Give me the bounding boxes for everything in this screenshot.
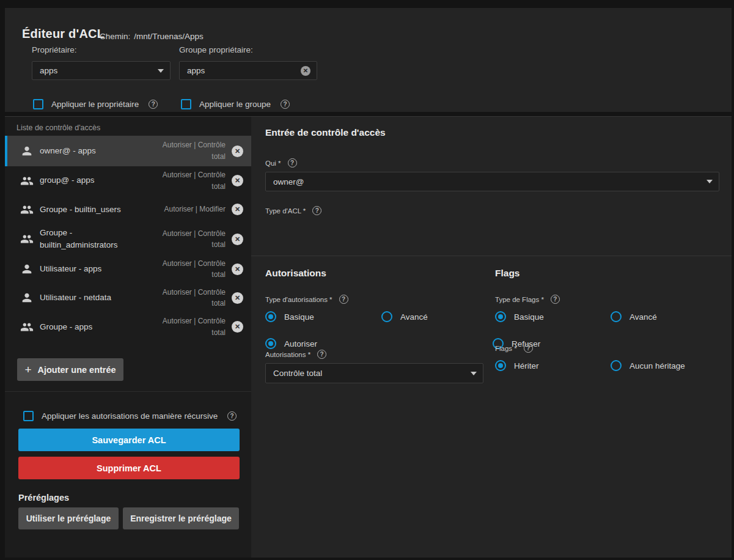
who-select[interactable]: owner@ <box>265 172 719 191</box>
acl-entry-permission: Autoriser | Contrôle total <box>152 315 226 338</box>
radio-icon <box>265 311 276 322</box>
owner-select[interactable]: apps <box>32 61 171 80</box>
help-icon[interactable]: ? <box>317 350 326 359</box>
radio-allow-label: Autoriser <box>284 339 317 348</box>
acl-entry-row[interactable]: Groupe - apps Autoriser | Contrôle total… <box>5 312 251 341</box>
acl-entry-name: Groupe - apps <box>40 321 152 333</box>
radio-permissions-advanced-label: Avancé <box>400 312 428 322</box>
save-acl-button[interactable]: Sauvegarder ACL <box>18 429 240 451</box>
owner-label: Propriétaire: <box>32 45 77 54</box>
apply-group-label: Appliquer le groupe <box>199 100 271 109</box>
help-icon[interactable]: ? <box>312 206 321 215</box>
radio-inherit[interactable]: Hériter <box>495 360 539 371</box>
group-icon <box>20 232 34 246</box>
acl-entry-name: group@ - apps <box>40 174 152 186</box>
add-entry-label: Ajouter une entrée <box>38 365 116 375</box>
chevron-down-icon <box>158 69 164 73</box>
acl-entry-row[interactable]: Groupe - builtin_administrators Autorise… <box>5 224 251 255</box>
use-preset-button[interactable]: Utiliser le préréglage <box>18 507 119 529</box>
acl-entry-name: Groupe - builtin_users <box>40 204 156 216</box>
owning-group-input[interactable]: apps ✕ <box>179 61 317 80</box>
acl-entry-row[interactable]: Utilisateur - netdata Autoriser | Contrô… <box>5 284 251 312</box>
path-value: /mnt/Truenas/Apps <box>134 32 204 41</box>
radio-flags-advanced-label: Avancé <box>629 312 657 322</box>
radio-icon <box>495 311 506 322</box>
delete-entry-icon[interactable]: ✕ <box>232 263 243 275</box>
flags-type-label: Type de Flags * <box>495 296 544 303</box>
flags-label-row: Flags * ? <box>495 344 533 353</box>
help-icon[interactable]: ? <box>149 100 158 109</box>
delete-entry-icon[interactable]: ✕ <box>232 204 243 215</box>
acl-entry-row[interactable]: group@ - apps Autoriser | Contrôle total… <box>5 166 251 195</box>
acl-entry-permission: Autoriser | Contrôle total <box>152 139 226 162</box>
group-icon <box>20 203 34 216</box>
radio-flags-advanced[interactable]: Avancé <box>611 311 657 322</box>
delete-entry-icon[interactable]: ✕ <box>232 234 243 245</box>
person-icon <box>20 262 34 276</box>
radio-icon <box>611 360 622 371</box>
clear-icon[interactable]: ✕ <box>301 66 310 76</box>
acl-type-label: Type d'ACL * <box>265 207 306 215</box>
apply-owner-label: Appliquer le propriétaire <box>51 100 139 109</box>
permissions-label-row: Autorisations * ? <box>265 350 326 359</box>
page-title: Éditeur d'ACL <box>22 27 105 41</box>
acl-entry-row[interactable]: Groupe - builtin_users Autoriser | Modif… <box>5 195 251 224</box>
permissions-select[interactable]: Contrôle total <box>265 363 483 383</box>
recursive-label: Appliquer les autorisations de manière r… <box>42 411 218 421</box>
acl-entry-row[interactable]: owner@ - apps Autoriser | Contrôle total… <box>5 136 251 166</box>
acl-list: owner@ - apps Autoriser | Contrôle total… <box>5 136 251 341</box>
delete-entry-icon[interactable]: ✕ <box>232 146 243 157</box>
acl-entry-name: owner@ - apps <box>40 145 152 157</box>
preset-buttons-row: Utiliser le préréglage Enregistrer le pr… <box>18 507 239 529</box>
help-icon[interactable]: ? <box>281 100 290 109</box>
radio-allow[interactable]: Autoriser <box>265 338 317 349</box>
acl-entry-row[interactable]: Utilisateur - apps Autoriser | Contrôle … <box>5 255 251 284</box>
help-icon[interactable]: ? <box>524 344 533 353</box>
radio-flags-basic[interactable]: Basique <box>495 311 544 322</box>
help-icon[interactable]: ? <box>288 158 297 168</box>
person-icon <box>20 144 34 158</box>
radio-icon <box>495 360 506 371</box>
help-icon[interactable]: ? <box>551 295 560 304</box>
divider <box>251 256 732 256</box>
save-preset-button[interactable]: Enregistrer le préréglage <box>123 507 239 529</box>
permissions-title: Autorisations <box>265 268 326 279</box>
help-icon[interactable]: ? <box>339 295 348 304</box>
recursive-checkbox[interactable] <box>23 411 34 421</box>
radio-icon <box>265 338 276 349</box>
acl-list-title: Liste de contrôle d'accès <box>17 123 100 132</box>
apply-owner-checkbox[interactable] <box>33 99 43 109</box>
acl-entry-permission: Autoriser | Contrôle total <box>152 258 226 281</box>
chevron-down-icon <box>706 180 713 183</box>
acl-type-label-row: Type d'ACL * ? <box>265 206 321 215</box>
add-entry-button[interactable]: + Ajouter une entrée <box>17 358 123 381</box>
flags-label: Flags * <box>495 345 517 352</box>
who-label-row: Qui * ? <box>265 158 297 168</box>
divider <box>5 391 251 392</box>
owning-group-value: apps <box>187 66 205 75</box>
delete-entry-icon[interactable]: ✕ <box>232 321 243 333</box>
radio-icon <box>611 311 622 322</box>
acl-entry-name: Utilisateur - apps <box>40 263 152 275</box>
acl-entry-panel: Entrée de contrôle d'accès Qui * ? owner… <box>251 116 732 558</box>
acl-editor-header-card: Éditeur d'ACL Chemin:/mnt/Truenas/Apps P… <box>5 8 732 112</box>
radio-no-inherit[interactable]: Aucun héritage <box>611 360 685 371</box>
radio-inherit-label: Hériter <box>514 361 539 370</box>
radio-flags-basic-label: Basique <box>514 312 544 322</box>
apply-group-checkbox[interactable] <box>181 99 191 109</box>
flags-type-label-row: Type de Flags * ? <box>495 295 560 304</box>
acl-entry-permission: Autoriser | Contrôle total <box>152 287 226 309</box>
help-icon[interactable]: ? <box>227 411 237 421</box>
radio-permissions-basic-label: Basique <box>284 312 314 322</box>
radio-permissions-advanced[interactable]: Avancé <box>381 311 428 322</box>
radio-permissions-basic[interactable]: Basique <box>265 311 314 322</box>
delete-acl-button[interactable]: Supprimer ACL <box>18 457 240 479</box>
owning-group-label: Groupe propriétaire: <box>179 45 253 54</box>
owner-select-value: apps <box>40 66 57 75</box>
permissions-select-value: Contrôle total <box>273 369 322 378</box>
acl-entry-permission: Autoriser | Contrôle total <box>152 228 226 251</box>
delete-entry-icon[interactable]: ✕ <box>232 292 243 304</box>
who-label: Qui * <box>265 160 281 167</box>
acl-entry-name: Groupe - builtin_administrators <box>40 227 152 252</box>
delete-entry-icon[interactable]: ✕ <box>232 175 243 186</box>
